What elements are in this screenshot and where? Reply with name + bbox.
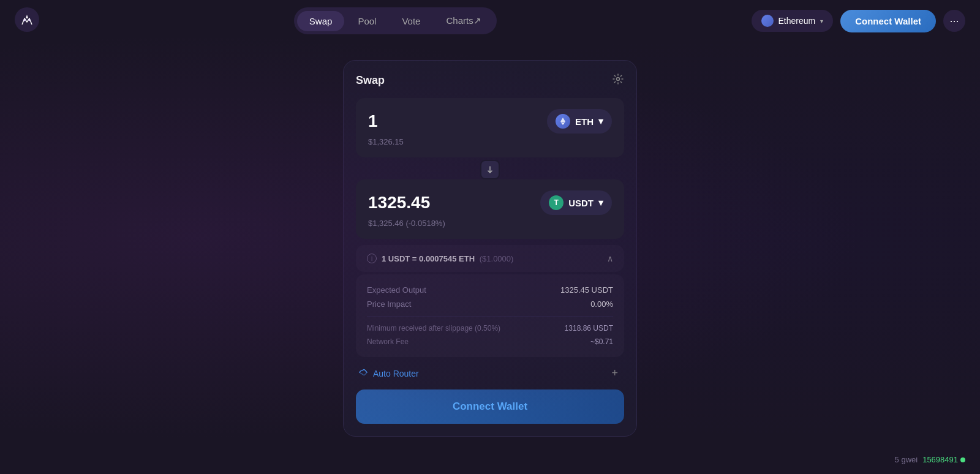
network-selector[interactable]: Ethereum ▾ (752, 10, 834, 32)
to-token-usd: $1,325.46 (-0.0518%) (368, 219, 612, 228)
svg-point-1 (24, 20, 26, 21)
info-icon: i (367, 254, 377, 263)
tab-pool[interactable]: Pool (345, 11, 388, 31)
auto-router-plus-button[interactable]: + (608, 366, 622, 381)
block-number-value: 15698491 (922, 455, 958, 464)
router-icon (358, 367, 368, 380)
auto-router-row: Auto Router + (356, 357, 624, 387)
price-impact-row: Price Impact 0.00% (367, 297, 613, 311)
gwei-label: 5 gwei (895, 455, 918, 464)
swap-card: Swap 1 ETH (343, 60, 637, 437)
tab-swap[interactable]: Swap (297, 11, 345, 31)
from-token-label: ETH (575, 116, 594, 127)
settings-button[interactable] (612, 73, 624, 88)
detail-divider (367, 316, 613, 317)
from-amount-input[interactable]: 1 (368, 111, 514, 131)
from-token-selector[interactable]: ETH ▾ (547, 109, 612, 134)
rate-info-row[interactable]: i 1 USDT = 0.0007545 ETH ($1.0000) ∧ (356, 245, 624, 272)
nav-tabs: Swap Pool Vote Charts↗ (294, 7, 497, 34)
bottom-status: 5 gwei 15698491 (895, 455, 965, 464)
swap-divider (356, 160, 624, 179)
to-amount-display: 1325.45 (368, 192, 514, 213)
eth-icon (556, 114, 570, 129)
svg-point-3 (617, 78, 620, 81)
main-content: Swap 1 ETH (0, 42, 980, 437)
connect-wallet-nav-button[interactable]: Connect Wallet (840, 10, 936, 32)
network-label: Ethereum (778, 16, 816, 26)
rate-value: 1 USDT = 0.0007545 ETH (382, 254, 475, 263)
expected-output-value: 1325.45 USDT (560, 285, 613, 295)
from-token-box: 1 ETH ▾ $1,326.15 (356, 98, 624, 157)
min-received-row: Minimum received after slippage (0.50%) … (367, 322, 613, 335)
to-token-chevron: ▾ (598, 197, 603, 208)
price-impact-value: 0.00% (590, 299, 613, 309)
from-token-chevron: ▾ (598, 116, 603, 127)
svg-point-0 (15, 7, 39, 32)
min-received-value: 1318.86 USDT (565, 324, 613, 333)
svg-point-2 (29, 20, 31, 21)
block-number[interactable]: 15698491 (922, 455, 965, 464)
from-token-usd: $1,326.15 (368, 137, 612, 146)
swap-direction-button[interactable] (480, 160, 500, 179)
nav-right: Ethereum ▾ Connect Wallet ··· (752, 10, 966, 32)
chevron-down-icon: ▾ (820, 18, 823, 24)
more-options-button[interactable]: ··· (943, 10, 965, 32)
navbar: Swap Pool Vote Charts↗ Ethereum ▾ Connec… (0, 0, 980, 42)
to-token-selector[interactable]: T USDT ▾ (540, 190, 612, 215)
expected-output-row: Expected Output 1325.45 USDT (367, 283, 613, 297)
details-panel: Expected Output 1325.45 USDT Price Impac… (356, 274, 624, 357)
tab-charts[interactable]: Charts↗ (434, 10, 493, 31)
rate-collapse-button[interactable]: ∧ (607, 254, 613, 263)
price-impact-label: Price Impact (367, 299, 411, 309)
to-token-box: 1325.45 T USDT ▾ $1,325.46 (-0.0518%) (356, 179, 624, 239)
connect-wallet-main-button[interactable]: Connect Wallet (356, 389, 624, 424)
network-icon (761, 15, 774, 27)
tab-vote[interactable]: Vote (390, 11, 432, 31)
swap-header: Swap (356, 73, 624, 88)
expected-output-label: Expected Output (367, 285, 426, 295)
swap-title: Swap (356, 74, 385, 87)
usdt-icon: T (549, 195, 564, 210)
auto-router-left[interactable]: Auto Router (358, 367, 419, 380)
block-dot-indicator (960, 457, 965, 462)
network-fee-row: Network Fee ~$0.71 (367, 335, 613, 348)
rate-left: i 1 USDT = 0.0007545 ETH ($1.0000) (367, 254, 513, 263)
rate-text: 1 USDT = 0.0007545 ETH ($1.0000) (382, 254, 513, 263)
logo (15, 7, 39, 34)
network-fee-value: ~$0.71 (590, 337, 613, 346)
network-fee-label: Network Fee (367, 337, 409, 346)
min-received-label: Minimum received after slippage (0.50%) (367, 324, 500, 333)
rate-usd: ($1.0000) (480, 254, 514, 263)
auto-router-label: Auto Router (373, 369, 419, 378)
to-token-label: USDT (568, 198, 594, 208)
